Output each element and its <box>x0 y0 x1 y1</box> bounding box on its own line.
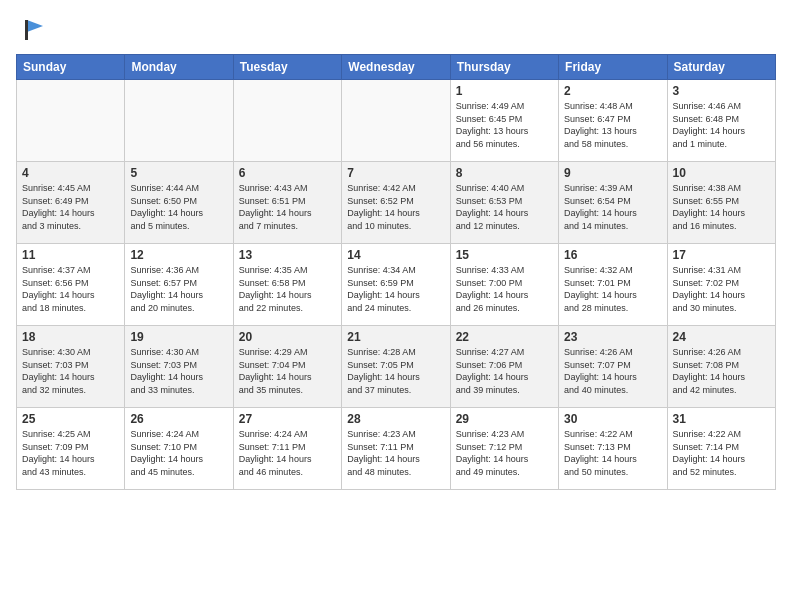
day-detail: Sunrise: 4:43 AM Sunset: 6:51 PM Dayligh… <box>239 182 336 232</box>
weekday-header-sunday: Sunday <box>17 55 125 80</box>
day-number: 15 <box>456 248 553 262</box>
weekday-header-thursday: Thursday <box>450 55 558 80</box>
calendar-body: 1Sunrise: 4:49 AM Sunset: 6:45 PM Daylig… <box>17 80 776 490</box>
day-number: 1 <box>456 84 553 98</box>
calendar-week-2: 4Sunrise: 4:45 AM Sunset: 6:49 PM Daylig… <box>17 162 776 244</box>
day-number: 4 <box>22 166 119 180</box>
calendar-cell: 30Sunrise: 4:22 AM Sunset: 7:13 PM Dayli… <box>559 408 667 490</box>
day-number: 2 <box>564 84 661 98</box>
day-number: 28 <box>347 412 444 426</box>
day-detail: Sunrise: 4:32 AM Sunset: 7:01 PM Dayligh… <box>564 264 661 314</box>
weekday-header-tuesday: Tuesday <box>233 55 341 80</box>
day-number: 3 <box>673 84 770 98</box>
calendar-cell: 4Sunrise: 4:45 AM Sunset: 6:49 PM Daylig… <box>17 162 125 244</box>
calendar-cell: 27Sunrise: 4:24 AM Sunset: 7:11 PM Dayli… <box>233 408 341 490</box>
page: SundayMondayTuesdayWednesdayThursdayFrid… <box>0 0 792 612</box>
day-number: 12 <box>130 248 227 262</box>
day-detail: Sunrise: 4:23 AM Sunset: 7:11 PM Dayligh… <box>347 428 444 478</box>
day-detail: Sunrise: 4:30 AM Sunset: 7:03 PM Dayligh… <box>130 346 227 396</box>
calendar-week-5: 25Sunrise: 4:25 AM Sunset: 7:09 PM Dayli… <box>17 408 776 490</box>
day-number: 5 <box>130 166 227 180</box>
day-detail: Sunrise: 4:38 AM Sunset: 6:55 PM Dayligh… <box>673 182 770 232</box>
day-detail: Sunrise: 4:28 AM Sunset: 7:05 PM Dayligh… <box>347 346 444 396</box>
day-detail: Sunrise: 4:34 AM Sunset: 6:59 PM Dayligh… <box>347 264 444 314</box>
header <box>16 16 776 44</box>
day-detail: Sunrise: 4:24 AM Sunset: 7:11 PM Dayligh… <box>239 428 336 478</box>
calendar-cell: 14Sunrise: 4:34 AM Sunset: 6:59 PM Dayli… <box>342 244 450 326</box>
day-number: 9 <box>564 166 661 180</box>
day-number: 21 <box>347 330 444 344</box>
day-detail: Sunrise: 4:36 AM Sunset: 6:57 PM Dayligh… <box>130 264 227 314</box>
svg-rect-1 <box>25 20 28 40</box>
weekday-header-saturday: Saturday <box>667 55 775 80</box>
calendar-cell: 20Sunrise: 4:29 AM Sunset: 7:04 PM Dayli… <box>233 326 341 408</box>
day-number: 7 <box>347 166 444 180</box>
calendar-cell: 22Sunrise: 4:27 AM Sunset: 7:06 PM Dayli… <box>450 326 558 408</box>
calendar-cell: 1Sunrise: 4:49 AM Sunset: 6:45 PM Daylig… <box>450 80 558 162</box>
day-detail: Sunrise: 4:24 AM Sunset: 7:10 PM Dayligh… <box>130 428 227 478</box>
day-detail: Sunrise: 4:33 AM Sunset: 7:00 PM Dayligh… <box>456 264 553 314</box>
calendar-cell: 7Sunrise: 4:42 AM Sunset: 6:52 PM Daylig… <box>342 162 450 244</box>
day-number: 26 <box>130 412 227 426</box>
calendar-header: SundayMondayTuesdayWednesdayThursdayFrid… <box>17 55 776 80</box>
calendar-cell: 3Sunrise: 4:46 AM Sunset: 6:48 PM Daylig… <box>667 80 775 162</box>
calendar-cell: 17Sunrise: 4:31 AM Sunset: 7:02 PM Dayli… <box>667 244 775 326</box>
day-number: 14 <box>347 248 444 262</box>
day-detail: Sunrise: 4:49 AM Sunset: 6:45 PM Dayligh… <box>456 100 553 150</box>
calendar-cell: 19Sunrise: 4:30 AM Sunset: 7:03 PM Dayli… <box>125 326 233 408</box>
logo <box>16 16 47 44</box>
day-number: 22 <box>456 330 553 344</box>
calendar-table: SundayMondayTuesdayWednesdayThursdayFrid… <box>16 54 776 490</box>
calendar-cell <box>125 80 233 162</box>
day-number: 17 <box>673 248 770 262</box>
calendar-cell: 31Sunrise: 4:22 AM Sunset: 7:14 PM Dayli… <box>667 408 775 490</box>
calendar-cell: 5Sunrise: 4:44 AM Sunset: 6:50 PM Daylig… <box>125 162 233 244</box>
day-number: 25 <box>22 412 119 426</box>
calendar-cell: 16Sunrise: 4:32 AM Sunset: 7:01 PM Dayli… <box>559 244 667 326</box>
svg-marker-0 <box>27 20 43 32</box>
calendar-week-3: 11Sunrise: 4:37 AM Sunset: 6:56 PM Dayli… <box>17 244 776 326</box>
day-detail: Sunrise: 4:29 AM Sunset: 7:04 PM Dayligh… <box>239 346 336 396</box>
calendar-cell: 18Sunrise: 4:30 AM Sunset: 7:03 PM Dayli… <box>17 326 125 408</box>
day-number: 10 <box>673 166 770 180</box>
day-number: 20 <box>239 330 336 344</box>
day-detail: Sunrise: 4:44 AM Sunset: 6:50 PM Dayligh… <box>130 182 227 232</box>
calendar-cell: 26Sunrise: 4:24 AM Sunset: 7:10 PM Dayli… <box>125 408 233 490</box>
day-number: 23 <box>564 330 661 344</box>
calendar-cell: 2Sunrise: 4:48 AM Sunset: 6:47 PM Daylig… <box>559 80 667 162</box>
weekday-header-row: SundayMondayTuesdayWednesdayThursdayFrid… <box>17 55 776 80</box>
day-detail: Sunrise: 4:40 AM Sunset: 6:53 PM Dayligh… <box>456 182 553 232</box>
day-number: 31 <box>673 412 770 426</box>
day-number: 27 <box>239 412 336 426</box>
calendar-week-1: 1Sunrise: 4:49 AM Sunset: 6:45 PM Daylig… <box>17 80 776 162</box>
day-number: 24 <box>673 330 770 344</box>
day-detail: Sunrise: 4:26 AM Sunset: 7:08 PM Dayligh… <box>673 346 770 396</box>
calendar-cell: 6Sunrise: 4:43 AM Sunset: 6:51 PM Daylig… <box>233 162 341 244</box>
day-detail: Sunrise: 4:46 AM Sunset: 6:48 PM Dayligh… <box>673 100 770 150</box>
calendar-cell: 24Sunrise: 4:26 AM Sunset: 7:08 PM Dayli… <box>667 326 775 408</box>
day-detail: Sunrise: 4:22 AM Sunset: 7:14 PM Dayligh… <box>673 428 770 478</box>
day-detail: Sunrise: 4:31 AM Sunset: 7:02 PM Dayligh… <box>673 264 770 314</box>
day-number: 6 <box>239 166 336 180</box>
calendar-cell: 10Sunrise: 4:38 AM Sunset: 6:55 PM Dayli… <box>667 162 775 244</box>
day-detail: Sunrise: 4:42 AM Sunset: 6:52 PM Dayligh… <box>347 182 444 232</box>
day-detail: Sunrise: 4:45 AM Sunset: 6:49 PM Dayligh… <box>22 182 119 232</box>
day-detail: Sunrise: 4:48 AM Sunset: 6:47 PM Dayligh… <box>564 100 661 150</box>
weekday-header-monday: Monday <box>125 55 233 80</box>
calendar-cell: 28Sunrise: 4:23 AM Sunset: 7:11 PM Dayli… <box>342 408 450 490</box>
day-number: 16 <box>564 248 661 262</box>
calendar-cell: 13Sunrise: 4:35 AM Sunset: 6:58 PM Dayli… <box>233 244 341 326</box>
day-detail: Sunrise: 4:22 AM Sunset: 7:13 PM Dayligh… <box>564 428 661 478</box>
calendar-cell <box>17 80 125 162</box>
day-number: 13 <box>239 248 336 262</box>
day-detail: Sunrise: 4:26 AM Sunset: 7:07 PM Dayligh… <box>564 346 661 396</box>
calendar-cell: 12Sunrise: 4:36 AM Sunset: 6:57 PM Dayli… <box>125 244 233 326</box>
day-number: 11 <box>22 248 119 262</box>
day-detail: Sunrise: 4:25 AM Sunset: 7:09 PM Dayligh… <box>22 428 119 478</box>
day-number: 8 <box>456 166 553 180</box>
day-detail: Sunrise: 4:30 AM Sunset: 7:03 PM Dayligh… <box>22 346 119 396</box>
calendar-cell: 15Sunrise: 4:33 AM Sunset: 7:00 PM Dayli… <box>450 244 558 326</box>
day-number: 29 <box>456 412 553 426</box>
calendar-week-4: 18Sunrise: 4:30 AM Sunset: 7:03 PM Dayli… <box>17 326 776 408</box>
calendar-cell <box>342 80 450 162</box>
